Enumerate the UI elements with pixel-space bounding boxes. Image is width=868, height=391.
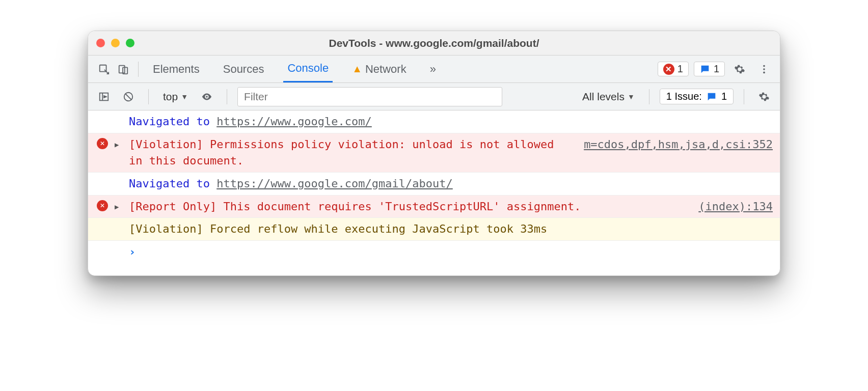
source-link[interactable]: m=cdos,dpf,hsm,jsa,d,csi:352 [579, 136, 773, 153]
expand-toggle[interactable]: ▶ [115, 199, 124, 212]
minimize-window-button[interactable] [111, 39, 120, 47]
settings-icon[interactable] [730, 60, 749, 79]
tab-network-label: Network [365, 63, 406, 76]
main-tabbar: Elements Sources Console ▲ Network » ✕ 1… [88, 55, 780, 83]
svg-rect-1 [119, 65, 125, 73]
svg-point-3 [763, 65, 765, 67]
error-icon: ✕ [97, 138, 108, 149]
issues-button[interactable]: 1 Issue: 1 [660, 89, 734, 104]
nav-url[interactable]: https://www.google.com/gmail/about/ [216, 177, 453, 190]
live-expression-icon[interactable] [197, 87, 216, 106]
chevron-down-icon: ▼ [181, 93, 188, 101]
console-navigation-entry: Navigated to https://www.google.com/ [88, 110, 780, 133]
close-window-button[interactable] [96, 39, 105, 47]
tab-network[interactable]: ▲ Network [348, 57, 410, 82]
separator [227, 89, 227, 104]
tab-sources[interactable]: Sources [219, 57, 268, 82]
panel-tabs: Elements Sources Console ▲ Network » [149, 55, 440, 82]
svg-point-4 [763, 68, 765, 70]
console-navigation-entry: Navigated to https://www.google.com/gmai… [88, 173, 780, 196]
console-filterbar: top ▼ All levels ▼ 1 Issue: 1 [88, 83, 780, 110]
issues-label: 1 Issue: [666, 91, 702, 102]
devtools-window: DevTools - www.google.com/gmail/about/ E… [88, 31, 780, 276]
separator [744, 89, 744, 104]
console-prompt[interactable]: › [88, 241, 780, 275]
filter-input[interactable] [237, 87, 502, 106]
message-icon [699, 64, 711, 75]
expand-toggle[interactable]: ▶ [115, 136, 124, 150]
error-icon: ✕ [97, 200, 108, 211]
window-title: DevTools - www.google.com/gmail/about/ [88, 37, 780, 49]
svg-point-5 [763, 71, 765, 73]
toggle-sidebar-icon[interactable] [94, 87, 114, 106]
prompt-caret: › [129, 244, 773, 260]
titlebar: DevTools - www.google.com/gmail/about/ [88, 31, 780, 55]
messages-count: 1 [714, 63, 719, 75]
log-levels-selector[interactable]: All levels ▼ [578, 89, 639, 105]
issues-count: 1 [721, 91, 727, 102]
tab-elements[interactable]: Elements [149, 57, 204, 82]
tab-console[interactable]: Console [283, 55, 333, 82]
separator [138, 62, 139, 77]
inspect-element-icon[interactable] [94, 60, 114, 79]
maximize-window-button[interactable] [126, 39, 134, 47]
svg-point-8 [206, 96, 208, 98]
more-menu-icon[interactable] [754, 60, 774, 79]
error-icon: ✕ [663, 64, 674, 75]
console-output: Navigated to https://www.google.com/ ✕ ▶… [88, 110, 780, 275]
device-toolbar-icon[interactable] [114, 60, 133, 79]
message-icon [706, 91, 717, 102]
messages-badge[interactable]: 1 [694, 62, 725, 76]
levels-label: All levels [582, 91, 625, 103]
separator [148, 89, 149, 104]
error-message: [Violation] Permissions policy violation… [129, 136, 574, 169]
source-link[interactable]: (index):134 [693, 199, 773, 215]
error-message: [Report Only] This document requires 'Tr… [129, 199, 688, 215]
context-selector[interactable]: top ▼ [159, 89, 192, 105]
console-violation-entry: [Violation] Forced reflow while executin… [88, 218, 780, 241]
console-error-entry: ✕ ▶ [Report Only] This document requires… [88, 196, 780, 218]
nav-url[interactable]: https://www.google.com/ [216, 115, 372, 128]
errors-count: 1 [677, 63, 683, 75]
nav-prefix: Navigated to [129, 177, 216, 190]
chevron-down-icon: ▼ [628, 93, 635, 101]
traffic-lights [96, 39, 134, 47]
console-error-entry: ✕ ▶ [Violation] Permissions policy viola… [88, 133, 780, 173]
context-label: top [163, 91, 178, 103]
warning-icon: ▲ [352, 63, 362, 75]
errors-badge[interactable]: ✕ 1 [658, 62, 689, 76]
console-settings-icon[interactable] [754, 87, 774, 106]
separator [649, 89, 649, 104]
tabs-overflow-button[interactable]: » [426, 57, 440, 82]
clear-console-icon[interactable] [119, 87, 138, 106]
warning-message: [Violation] Forced reflow while executin… [129, 221, 773, 237]
nav-prefix: Navigated to [129, 115, 216, 128]
